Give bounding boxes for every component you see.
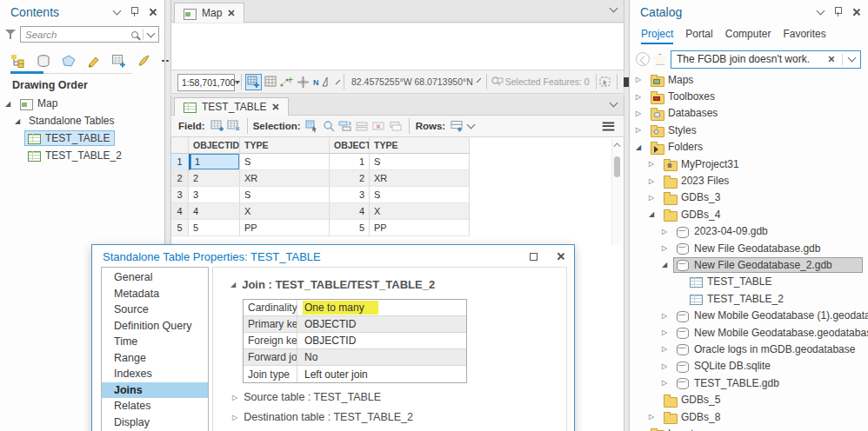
dialog-menu-item[interactable]: Relates xyxy=(102,398,208,414)
selection-box-button[interactable] xyxy=(598,74,614,90)
cell-type[interactable]: XR xyxy=(240,170,330,187)
chevron-down-icon[interactable] xyxy=(467,121,476,129)
cell-objectid[interactable]: 5 xyxy=(189,220,240,236)
chevron-down-icon[interactable] xyxy=(476,78,481,83)
chevron-down-icon[interactable] xyxy=(610,4,618,13)
cell-type[interactable]: S xyxy=(240,154,330,170)
search-icon[interactable] xyxy=(131,31,138,38)
catalog-tree-item[interactable]: TEST_TABLE_2 xyxy=(630,290,868,307)
cell-objectid-joined[interactable]: 2 xyxy=(330,170,370,187)
cell-objectid-joined[interactable]: 5 xyxy=(330,220,370,236)
chevron-down-icon[interactable] xyxy=(610,99,618,108)
vertical-scrollbar[interactable] xyxy=(611,139,622,245)
test-table-tab[interactable]: TEST_TABLE xyxy=(174,97,289,116)
switch-selection-button[interactable] xyxy=(337,118,354,135)
cell-objectid[interactable]: 4 xyxy=(189,203,240,220)
catalog-tree-item[interactable]: ▷ Toolboxes xyxy=(630,88,868,104)
pause-drawing-button[interactable] xyxy=(624,77,629,87)
catalog-tree-item[interactable]: ◢ Folders xyxy=(630,139,868,156)
catalog-tree-item[interactable]: ▷ GDBs_3 xyxy=(630,189,868,206)
table-menu-button[interactable] xyxy=(603,122,615,130)
list-by-labeling-button[interactable] xyxy=(137,53,152,70)
close-tab-icon[interactable] xyxy=(228,10,236,17)
copy-rows-button[interactable] xyxy=(387,118,404,135)
cell-type-joined[interactable]: S xyxy=(370,154,470,170)
clear-selection-button[interactable] xyxy=(354,118,371,135)
catalog-tab[interactable]: Favorites xyxy=(783,28,825,44)
chevron-down-icon[interactable] xyxy=(113,7,122,16)
expander-icon[interactable]: ▷ xyxy=(636,93,647,101)
catalog-tree-item[interactable]: ▷ TEST_TABLE.gdb xyxy=(630,375,868,391)
catalog-tree-item[interactable]: ▷ MyProject31 xyxy=(630,156,868,172)
close-tab-icon[interactable] xyxy=(272,103,280,111)
cell-type-joined[interactable]: S xyxy=(370,187,470,203)
expander-icon[interactable]: ▷ xyxy=(662,379,673,387)
expander-icon[interactable]: ▷ xyxy=(662,228,673,235)
catalog-tree-item[interactable]: ▷ Styles xyxy=(630,122,868,138)
list-by-editing-button[interactable] xyxy=(86,53,102,70)
expander-icon[interactable]: ◢ xyxy=(15,117,26,125)
destination-table-section[interactable]: ▷ Destination table : TEST_TABLE_2 xyxy=(232,411,566,423)
expander-icon[interactable]: ▷ xyxy=(636,109,647,117)
snap-grid-button[interactable] xyxy=(245,74,262,90)
cell-type[interactable]: PP xyxy=(240,220,330,236)
contents-tree-item[interactable]: ◢ Standalone Tables xyxy=(0,112,164,129)
add-field-button[interactable] xyxy=(210,118,226,135)
catalog-tree-item[interactable]: GDBs_5 xyxy=(630,391,868,408)
delete-selected-button[interactable] xyxy=(371,118,387,135)
catalog-tree-item[interactable]: ▷ SQLite DB.sqlite xyxy=(630,358,868,375)
chevron-down-icon[interactable] xyxy=(817,7,825,16)
cell-type-joined[interactable]: PP xyxy=(370,220,470,236)
list-by-data-source-button[interactable] xyxy=(36,53,51,70)
cell-objectid[interactable]: 3 xyxy=(189,187,240,203)
chevron-down-icon[interactable] xyxy=(147,29,156,37)
add-table-button[interactable] xyxy=(111,53,127,70)
add-row-button[interactable] xyxy=(449,118,465,135)
table-row[interactable]: 5 5 PP 5 PP xyxy=(171,220,624,236)
scroll-up-icon[interactable] xyxy=(614,143,621,150)
maximize-icon[interactable] xyxy=(530,253,537,261)
map-scale-combobox[interactable]: 1:58,701,700 xyxy=(177,74,235,91)
row-number[interactable]: 1 xyxy=(171,154,189,170)
cell-type[interactable]: S xyxy=(240,187,330,203)
dialog-menu-item[interactable]: Display xyxy=(102,414,208,431)
zoom-to-selection-button[interactable] xyxy=(321,118,337,135)
dialog-titlebar[interactable]: Standalone Table Properties: TEST_TABLE xyxy=(92,245,574,268)
catalog-tab[interactable]: Project xyxy=(641,28,673,44)
dialog-menu-item[interactable]: Source xyxy=(102,302,208,318)
expander-icon[interactable]: ◢ xyxy=(636,143,647,151)
list-by-drawing-order-button[interactable] xyxy=(10,53,26,70)
column-header[interactable]: OBJECTID * xyxy=(189,137,240,154)
column-header[interactable]: TYPE xyxy=(370,137,470,154)
row-number[interactable]: 5 xyxy=(171,220,189,236)
catalog-tree-item[interactable]: ◢ New File Geodatabase_2.gdb xyxy=(630,256,868,273)
row-number[interactable]: 4 xyxy=(171,203,189,220)
table-row[interactable]: 2 2 XR 2 XR xyxy=(171,170,624,187)
catalog-tree-item[interactable]: TEST_TABLE xyxy=(630,274,868,290)
catalog-tree-item[interactable]: ▷ New File Geodatabase.gdb xyxy=(630,240,868,256)
dialog-menu-item[interactable]: Definition Query xyxy=(102,318,208,335)
calculate-field-button[interactable] xyxy=(226,118,243,135)
contents-tree-item[interactable]: ◢ Map xyxy=(0,95,164,112)
expander-icon[interactable]: ◢ xyxy=(5,100,17,108)
dialog-menu-item[interactable]: Metadata xyxy=(102,286,208,302)
close-icon[interactable] xyxy=(557,252,565,261)
expander-icon[interactable]: ▷ xyxy=(649,413,660,421)
catalog-tree-item[interactable]: ▷ New Mobile Geodatabase.geodatabase xyxy=(630,324,868,341)
expander-icon[interactable]: ▷ xyxy=(662,244,673,252)
cell-objectid[interactable]: 2 xyxy=(189,170,240,187)
dialog-menu-item[interactable]: Joins xyxy=(102,382,208,399)
list-by-selection-button[interactable] xyxy=(61,53,77,70)
expander-icon[interactable]: ▷ xyxy=(636,76,647,83)
chevron-down-icon[interactable] xyxy=(848,54,857,63)
cell-type[interactable]: X xyxy=(240,203,330,220)
cell-type-joined[interactable]: XR xyxy=(370,170,470,187)
expander-icon[interactable]: ◢ xyxy=(662,261,673,269)
catalog-tree-item[interactable]: ▷ Databases xyxy=(630,105,868,122)
dialog-menu-item[interactable]: Time xyxy=(102,334,208,350)
cell-objectid-joined[interactable]: 1 xyxy=(330,154,370,170)
expander-icon[interactable]: ▷ xyxy=(662,328,673,336)
close-icon[interactable] xyxy=(149,8,157,17)
catalog-tab[interactable]: Portal xyxy=(685,28,712,44)
expander-icon[interactable]: ▷ xyxy=(636,126,647,134)
